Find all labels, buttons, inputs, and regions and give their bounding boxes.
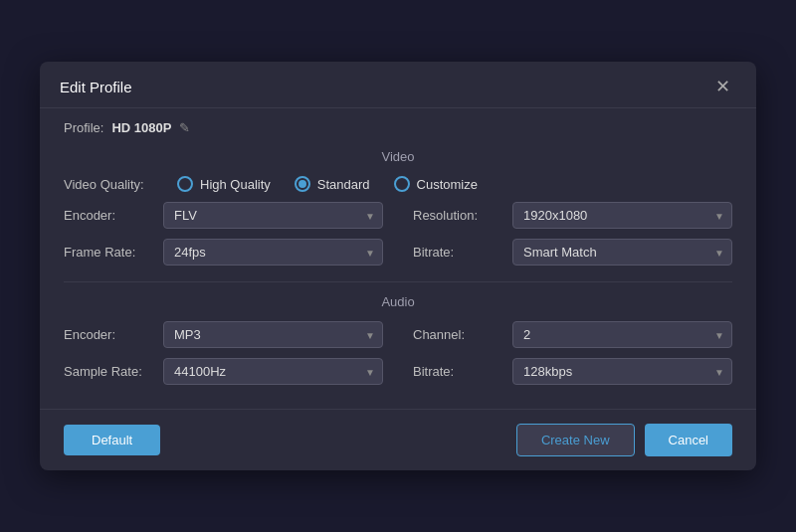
framerate-row: Frame Rate: 24fps 25fps 30fps 60fps xyxy=(64,239,383,266)
audio-section-header: Audio xyxy=(64,294,732,309)
framerate-label: Frame Rate: xyxy=(64,245,153,260)
samplerate-row: Sample Rate: 44100Hz 22050Hz 11025Hz xyxy=(64,358,383,385)
edit-profile-dialog: Edit Profile ✕ Profile: HD 1080P ✎ Video… xyxy=(40,62,756,470)
quality-standard-label: Standard xyxy=(317,177,370,192)
quality-row: Video Quality: High Quality Standard Cus… xyxy=(64,176,732,192)
dialog-footer: Default Create New Cancel xyxy=(40,409,756,470)
video-bitrate-label: Bitrate: xyxy=(413,245,502,260)
audio-bitrate-select[interactable]: 128kbps 192kbps 256kbps 320kbps xyxy=(512,358,732,385)
close-button[interactable]: ✕ xyxy=(709,76,736,97)
channel-row: Channel: 2 1 xyxy=(413,321,732,348)
create-new-button[interactable]: Create New xyxy=(516,424,635,456)
samplerate-label: Sample Rate: xyxy=(64,364,153,379)
quality-label: Video Quality: xyxy=(64,177,153,192)
video-bitrate-select-wrapper: Smart Match 1000kbps 2000kbps 4000kbps xyxy=(512,239,732,266)
encoder-row: Encoder: FLV H.264 H.265 MPEG-4 xyxy=(64,202,383,229)
channel-label: Channel: xyxy=(413,327,502,342)
quality-customize-label: Customize xyxy=(417,177,478,192)
profile-label: Profile: xyxy=(64,120,103,135)
audio-encoder-label: Encoder: xyxy=(64,327,153,342)
resolution-row: Resolution: 1920x1080 1280x720 854x480 xyxy=(413,202,732,229)
video-resolution-select[interactable]: 1920x1080 1280x720 854x480 xyxy=(512,202,732,229)
audio-bitrate-row: Bitrate: 128kbps 192kbps 256kbps 320kbps xyxy=(413,358,732,385)
resolution-label: Resolution: xyxy=(413,208,502,223)
cancel-button[interactable]: Cancel xyxy=(645,424,732,456)
dialog-body: Profile: HD 1080P ✎ Video Video Quality:… xyxy=(40,108,756,401)
profile-value: HD 1080P xyxy=(111,120,171,135)
profile-row: Profile: HD 1080P ✎ xyxy=(64,120,732,135)
audio-samplerate-select[interactable]: 44100Hz 22050Hz 11025Hz xyxy=(163,358,383,385)
audio-bitrate-label: Bitrate: xyxy=(413,364,502,379)
audio-encoder-row: Encoder: MP3 AAC OGG WAV xyxy=(64,321,383,348)
video-section-header: Video xyxy=(64,149,732,164)
edit-icon[interactable]: ✎ xyxy=(179,120,190,135)
default-button[interactable]: Default xyxy=(64,425,160,455)
radio-high-quality-circle xyxy=(177,176,193,192)
audio-channel-select[interactable]: 2 1 xyxy=(512,321,732,348)
channel-select-wrapper: 2 1 xyxy=(512,321,732,348)
dialog-title: Edit Profile xyxy=(60,79,132,95)
audio-encoder-select[interactable]: MP3 AAC OGG WAV xyxy=(163,321,383,348)
encoder-select-wrapper: FLV H.264 H.265 MPEG-4 xyxy=(163,202,383,229)
video-bitrate-select[interactable]: Smart Match 1000kbps 2000kbps 4000kbps xyxy=(512,239,732,266)
encoder-label: Encoder: xyxy=(64,208,153,223)
video-form-grid: Encoder: FLV H.264 H.265 MPEG-4 Resoluti… xyxy=(64,202,732,266)
quality-customize[interactable]: Customize xyxy=(394,176,478,192)
btn-group-right: Create New Cancel xyxy=(516,424,732,456)
radio-customize-circle xyxy=(394,176,410,192)
audio-bitrate-select-wrapper: 128kbps 192kbps 256kbps 320kbps xyxy=(512,358,732,385)
audio-encoder-select-wrapper: MP3 AAC OGG WAV xyxy=(163,321,383,348)
samplerate-select-wrapper: 44100Hz 22050Hz 11025Hz xyxy=(163,358,383,385)
quality-high-quality-label: High Quality xyxy=(200,177,271,192)
quality-radio-group: High Quality Standard Customize xyxy=(177,176,478,192)
video-bitrate-row: Bitrate: Smart Match 1000kbps 2000kbps 4… xyxy=(413,239,732,266)
section-divider xyxy=(64,281,732,282)
quality-high-quality[interactable]: High Quality xyxy=(177,176,271,192)
video-framerate-select[interactable]: 24fps 25fps 30fps 60fps xyxy=(163,239,383,266)
framerate-select-wrapper: 24fps 25fps 30fps 60fps xyxy=(163,239,383,266)
radio-standard-circle xyxy=(295,176,310,192)
video-encoder-select[interactable]: FLV H.264 H.265 MPEG-4 xyxy=(163,202,383,229)
audio-form-grid: Encoder: MP3 AAC OGG WAV Channel: 2 1 xyxy=(64,321,732,385)
quality-standard[interactable]: Standard xyxy=(295,176,370,192)
resolution-select-wrapper: 1920x1080 1280x720 854x480 xyxy=(512,202,732,229)
dialog-header: Edit Profile ✕ xyxy=(40,62,756,108)
